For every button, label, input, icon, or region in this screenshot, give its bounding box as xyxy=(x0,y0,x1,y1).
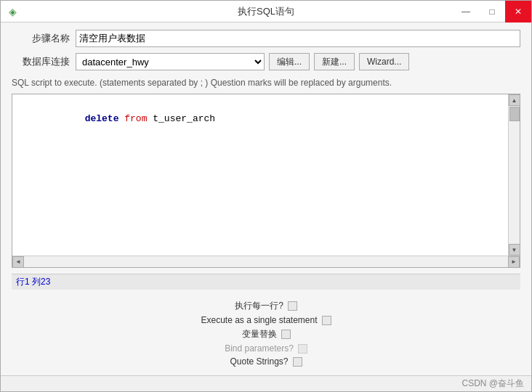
edit-button[interactable]: 编辑... xyxy=(269,53,310,70)
title-bar-left: ◈ xyxy=(7,6,18,17)
close-button[interactable]: ✕ xyxy=(505,1,531,23)
vertical-scrollbar: ▲ ▼ xyxy=(508,94,520,256)
quote-strings-checkbox[interactable] xyxy=(293,357,302,367)
wizard-button[interactable]: Wizard... xyxy=(359,53,409,70)
quote-strings-option: Quote Strings? xyxy=(230,356,302,367)
db-controls: datacenter_hwy 编辑... 新建... Wizard... xyxy=(76,53,409,70)
bind-params-label: Bind parameters? xyxy=(225,343,294,354)
content-area: 步骤名称 数据库连接 datacenter_hwy 编辑... 新建... Wi… xyxy=(1,23,531,375)
sql-content[interactable]: delete from t_user_arch xyxy=(12,94,508,143)
col-status: 列23 xyxy=(32,276,50,288)
options-section: 执行每一行? Execute as a single statement 变量替… xyxy=(12,295,520,368)
execute-single-option: Execute as a single statement xyxy=(201,315,331,325)
scroll-left-button[interactable]: ◄ xyxy=(12,256,24,268)
db-connection-select[interactable]: datacenter_hwy xyxy=(76,53,265,70)
quote-strings-label: Quote Strings? xyxy=(230,356,288,367)
scroll-thumb[interactable] xyxy=(509,107,520,121)
scroll-down-button[interactable]: ▼ xyxy=(509,244,520,256)
sql-from-keyword: from xyxy=(124,113,147,124)
minimize-button[interactable]: — xyxy=(453,1,479,23)
watermark-text: CSDN @奋斗鱼 xyxy=(462,377,524,390)
window-title: 执行SQL语句 xyxy=(238,5,294,18)
db-connection-label: 数据库连接 xyxy=(12,55,70,68)
variable-replace-option: 变量替换 xyxy=(242,328,291,340)
bind-params-option: Bind parameters? xyxy=(225,343,307,354)
scroll-right-button[interactable]: ► xyxy=(508,256,520,268)
db-connection-row: 数据库连接 datacenter_hwy 编辑... 新建... Wizard.… xyxy=(12,53,520,70)
title-bar: ◈ 执行SQL语句 — □ ✕ xyxy=(1,1,531,23)
row-status: 行1 xyxy=(16,276,30,288)
step-name-label: 步骤名称 xyxy=(12,32,70,45)
variable-replace-checkbox[interactable] xyxy=(281,330,291,339)
step-name-row: 步骤名称 xyxy=(12,30,520,47)
bottom-bar: CSDN @奋斗鱼 xyxy=(1,375,531,391)
new-button[interactable]: 新建... xyxy=(314,53,355,70)
variable-replace-label: 变量替换 xyxy=(242,328,277,340)
scroll-up-button[interactable]: ▲ xyxy=(509,94,520,106)
execute-single-label: Execute as a single statement xyxy=(201,315,317,325)
restore-button[interactable]: □ xyxy=(479,1,505,23)
status-bar: 行1 列23 xyxy=(12,274,520,290)
sql-delete-keyword: delete xyxy=(85,113,119,124)
window-icon: ◈ xyxy=(7,6,18,17)
sql-table-name: t_user_arch xyxy=(147,113,215,124)
bind-params-checkbox xyxy=(298,344,307,354)
sql-editor-container: delete from t_user_arch ▲ ▼ ◄ ► xyxy=(12,94,520,268)
step-name-input[interactable] xyxy=(76,30,520,47)
execute-each-row-checkbox[interactable] xyxy=(288,301,297,311)
main-window: ◈ 执行SQL语句 — □ ✕ 步骤名称 数据库连接 datacenter_hw… xyxy=(0,0,532,392)
sql-hint-text: SQL script to execute. (statements separ… xyxy=(12,78,520,88)
execute-each-row-label: 执行每一行? xyxy=(235,300,283,312)
execute-each-row-option: 执行每一行? xyxy=(235,300,297,312)
sql-text-area: delete from t_user_arch xyxy=(12,94,508,256)
title-bar-buttons: — □ ✕ xyxy=(453,1,531,22)
horizontal-scrollbar: ◄ ► xyxy=(12,256,520,267)
execute-single-checkbox[interactable] xyxy=(322,316,331,325)
scroll-track xyxy=(24,257,508,267)
